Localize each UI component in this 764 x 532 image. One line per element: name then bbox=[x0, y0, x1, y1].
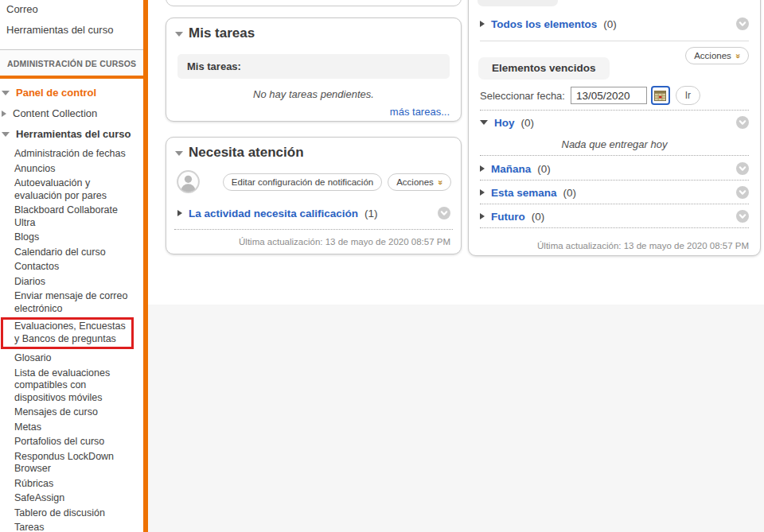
expand-arrow-icon[interactable] bbox=[480, 213, 485, 219]
course-menu-sidebar: Correo Herramientas del curso ADMINISTRA… bbox=[0, 0, 143, 532]
expand-arrow-icon[interactable] bbox=[480, 189, 485, 196]
dotted-divider bbox=[480, 227, 749, 228]
dotted-divider bbox=[480, 204, 749, 204]
dotted-divider bbox=[480, 155, 749, 156]
tool-item[interactable]: Mensajes de curso bbox=[14, 406, 140, 419]
needs-grading-link[interactable]: La actividad necesita calificación bbox=[189, 208, 358, 219]
manana-link[interactable]: Mañana bbox=[491, 163, 531, 175]
tool-item[interactable]: Blackboard Collaborate Ultra bbox=[14, 204, 140, 229]
partial-card-top bbox=[166, 0, 462, 6]
my-tasks-header-bar: Mis tareas: bbox=[177, 54, 450, 79]
chevron-circle-icon[interactable] bbox=[736, 210, 749, 223]
tool-item[interactable]: Autoevaluación y evaluación por pares bbox=[14, 177, 140, 202]
actions-button[interactable]: Acciones » bbox=[685, 47, 749, 64]
collapsible-row-esta-semana: Esta semana (0) bbox=[480, 186, 749, 199]
collapse-arrow-icon[interactable] bbox=[480, 120, 488, 125]
chevron-circle-icon[interactable] bbox=[438, 207, 450, 219]
last-update-text: Última actualización: 13 de mayo de 2020… bbox=[480, 236, 749, 250]
blackboard-course-page: { "colors": { "accent_orange": "#ee7202"… bbox=[0, 0, 764, 532]
course-tools-list: Administración de fechas Anuncios Autoev… bbox=[14, 148, 140, 532]
calendar-icon bbox=[654, 90, 666, 102]
content-background bbox=[148, 305, 764, 532]
dotted-divider bbox=[480, 180, 749, 181]
course-management-header: ADMINISTRACIÓN DE CURSOS bbox=[0, 49, 143, 79]
overdue-items-tab: Elementos vencidos bbox=[478, 57, 610, 80]
collapsible-row-futuro: Futuro (0) bbox=[480, 210, 749, 223]
tool-item[interactable]: Anuncios bbox=[14, 163, 140, 176]
expand-arrow-icon[interactable] bbox=[480, 165, 485, 172]
actions-chevron-icon: » bbox=[734, 53, 742, 57]
all-items-link[interactable]: Todos los elementos bbox=[491, 18, 597, 30]
sidebar-item-herramientas-nav[interactable]: Herramientas del curso bbox=[0, 129, 140, 140]
module-title: Necesita atención bbox=[189, 145, 304, 161]
tool-item[interactable]: Respondus LockDown Browser bbox=[14, 451, 140, 476]
collapsible-row-all-items: Todos los elementos (0) bbox=[480, 17, 749, 30]
collapsible-row-manana: Mañana (0) bbox=[480, 162, 749, 175]
tool-item[interactable]: Tablero de discusión bbox=[14, 507, 140, 520]
my-tasks-module: Mis tareas Mis tareas: No hay tareas pen… bbox=[166, 17, 462, 122]
sidebar-item-panel-de-control[interactable]: Panel de control bbox=[0, 87, 140, 99]
tool-item[interactable]: Metas bbox=[14, 421, 140, 434]
chevron-circle-icon[interactable] bbox=[736, 17, 749, 30]
tool-item[interactable]: Diarios bbox=[14, 276, 140, 289]
date-select-row: Seleccionar fecha: Ir bbox=[480, 86, 749, 105]
tool-item[interactable]: SafeAssign bbox=[14, 492, 140, 505]
go-button[interactable]: Ir bbox=[676, 86, 700, 105]
tool-item[interactable]: Enviar mensaje de correo electrónico bbox=[14, 290, 140, 315]
partial-tab-top bbox=[477, 0, 558, 6]
date-input[interactable] bbox=[571, 87, 647, 104]
due-items-module: Todos los elementos (0) Elementos vencid… bbox=[468, 0, 761, 256]
expand-arrow-icon[interactable] bbox=[480, 21, 485, 27]
tool-item[interactable]: Rúbricas bbox=[14, 478, 140, 491]
avatar bbox=[177, 170, 200, 193]
course-management-nav: Panel de control Content Collection Herr… bbox=[0, 87, 140, 150]
nothing-due-message: Nada que entregar hoy bbox=[480, 138, 749, 150]
sidebar-divider-bar bbox=[143, 0, 148, 532]
chevron-circle-icon[interactable] bbox=[736, 116, 749, 129]
tool-item[interactable]: Portafolios del curso bbox=[14, 436, 140, 449]
collapse-module-icon[interactable] bbox=[175, 151, 183, 156]
futuro-link[interactable]: Futuro bbox=[491, 211, 525, 223]
module-title: Mis tareas bbox=[189, 25, 255, 41]
tool-item[interactable]: Administración de fechas bbox=[14, 148, 140, 161]
tool-item[interactable]: Glosario bbox=[14, 352, 140, 365]
needs-attention-module: Necesita atención Editar configuración d… bbox=[166, 137, 462, 254]
tool-item[interactable]: Blogs bbox=[14, 231, 140, 244]
edit-notification-settings-button[interactable]: Editar configuración de notificación bbox=[223, 173, 382, 191]
last-update-text: Última actualización: 13 de mayo de 2020… bbox=[166, 230, 461, 247]
collapsible-row-hoy: Hoy (0) bbox=[480, 116, 749, 129]
chevron-circle-icon[interactable] bbox=[736, 186, 749, 199]
tool-item-evaluaciones-highlighted[interactable]: Evaluaciones, Encuestas y Bancos de preg… bbox=[1, 317, 134, 349]
course-menu-top-list: Correo Herramientas del curso bbox=[0, 4, 138, 45]
collapse-arrow-icon[interactable] bbox=[2, 91, 10, 95]
esta-semana-link[interactable]: Esta semana bbox=[491, 187, 557, 199]
tool-item[interactable]: Contactos bbox=[14, 261, 140, 274]
actions-button[interactable]: Acciones » bbox=[388, 173, 451, 191]
dotted-divider bbox=[480, 110, 749, 111]
tool-item[interactable]: Calendario del curso bbox=[14, 247, 140, 259]
expand-arrow-icon[interactable] bbox=[2, 111, 6, 117]
actions-chevron-icon: » bbox=[436, 180, 444, 184]
tool-item[interactable]: Tareas bbox=[14, 522, 140, 532]
calendar-picker-button[interactable] bbox=[651, 86, 670, 105]
chevron-circle-icon[interactable] bbox=[736, 162, 749, 175]
no-tasks-message: No hay tareas pendientes. bbox=[166, 88, 461, 100]
sidebar-item-content-collection[interactable]: Content Collection bbox=[0, 108, 140, 119]
collapse-module-icon[interactable] bbox=[175, 32, 183, 37]
sidebar-item-correo[interactable]: Correo bbox=[0, 4, 138, 15]
tool-item[interactable]: Lista de evaluaciones compatibles con di… bbox=[14, 367, 140, 405]
collapse-arrow-icon[interactable] bbox=[2, 132, 10, 137]
expand-arrow-icon[interactable] bbox=[177, 210, 182, 216]
hoy-link[interactable]: Hoy bbox=[494, 117, 515, 129]
sidebar-item-herramientas-del-curso[interactable]: Herramientas del curso bbox=[0, 25, 138, 36]
date-label: Seleccionar fecha: bbox=[480, 90, 565, 102]
more-tasks-link[interactable]: más tareas... bbox=[390, 106, 450, 118]
